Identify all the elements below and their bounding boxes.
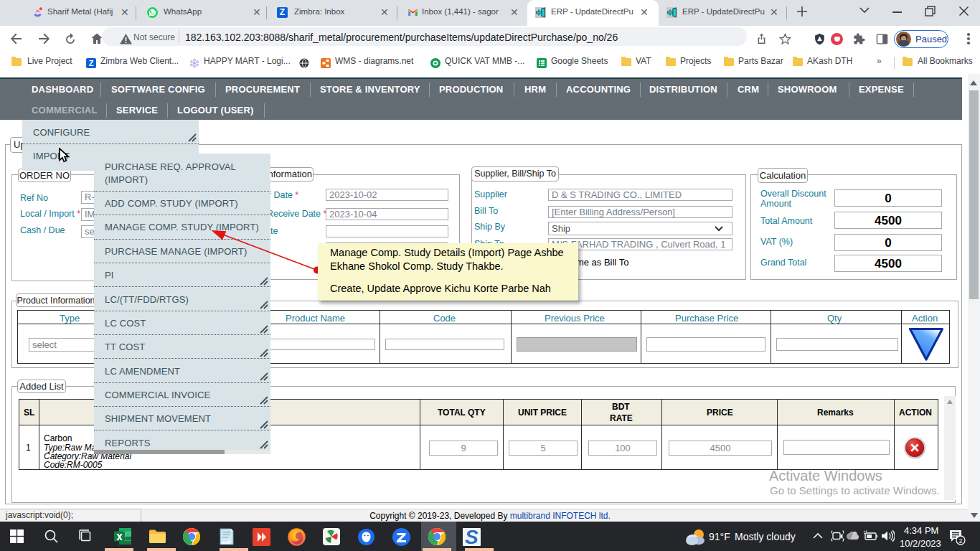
svg-text:2: 2	[958, 537, 962, 545]
